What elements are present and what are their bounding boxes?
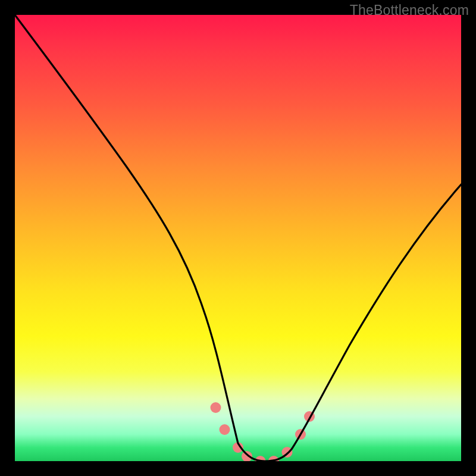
marker-dot xyxy=(242,451,252,461)
marker-group xyxy=(211,402,315,461)
marker-dot xyxy=(220,424,230,435)
curve-layer xyxy=(15,15,461,461)
chart-frame: TheBottleneck.com xyxy=(0,0,476,476)
watermark-text: TheBottleneck.com xyxy=(350,2,469,18)
bottleneck-curve-path xyxy=(15,15,461,461)
marker-dot xyxy=(211,402,221,413)
plot-area xyxy=(15,15,461,461)
